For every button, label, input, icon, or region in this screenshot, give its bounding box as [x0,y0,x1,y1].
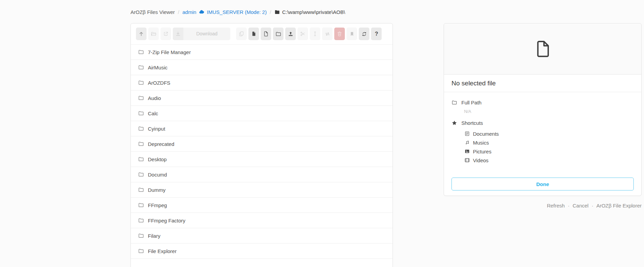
current-path: C:\wamp\www\private\AOB\ [274,9,345,15]
file-row[interactable]: File Explorer [131,244,393,259]
full-path-value: N/A [464,109,634,114]
file-row[interactable]: ArOZDFS [131,75,393,90]
done-button[interactable]: Done [451,178,634,190]
file-row[interactable]: Desktop [131,152,393,167]
shortcut-videos[interactable]: Videos [464,156,634,165]
app-title: ArOZβ Files Viewer [131,9,175,15]
file-list-card: Download ? 7-Zip File Manager AirMusic A… [131,23,393,267]
server-label: IMUS_SERVER (Mode: 2) [207,9,267,15]
folder-icon [138,126,144,132]
file-row[interactable]: AirMusic [131,60,393,75]
new-folder-icon [275,31,281,37]
cut-icon [300,31,306,37]
file-detail-card: No selected file Full Path N/A Shortcuts… [444,23,642,196]
folder-icon [138,233,144,239]
paste-icon [251,31,257,37]
rename-icon [312,31,318,37]
file-row[interactable]: Documd [131,167,393,182]
breadcrumb-separator: / [177,9,180,15]
shortcut-label: Pictures [473,149,491,154]
copy-button[interactable] [236,28,247,40]
file-name: Dummy [148,187,166,193]
shortcut-label: Videos [473,157,489,163]
file-row[interactable]: Calc [131,106,393,121]
paste-button[interactable] [248,28,259,40]
file-explorer-link[interactable]: ArOZβ File Explorer [596,203,642,208]
link-separator: · [568,203,569,208]
help-icon: ? [375,31,378,37]
cloud-icon [199,9,205,15]
full-path-label: Full Path [461,100,481,105]
file-name: 7-Zip File Manager [148,49,191,55]
file-row[interactable]: FFmpeg Factory [131,213,393,228]
delete-button[interactable] [334,28,345,40]
bookmark-button[interactable] [347,28,357,40]
clone-icon [239,31,244,37]
file-row[interactable]: Audio [131,90,393,106]
download-label: Download [183,28,230,40]
shortcut-musics[interactable]: Musics [464,138,634,147]
new-file-icon [263,31,269,37]
refresh-link[interactable]: Refresh [547,203,565,208]
upload-button[interactable] [285,28,296,40]
server-link[interactable]: IMUS_SERVER (Mode: 2) [199,9,267,15]
footer-links: Refresh · Cancel · ArOZβ File Explorer [547,203,642,208]
breadcrumb: ArOZβ Files Viewer / admin IMUS_SERVER (… [131,9,345,15]
file-name: AirMusic [148,65,168,70]
shortcut-documents[interactable]: Documents [464,129,634,138]
file-row[interactable]: FFmpeg [131,198,393,213]
folder-icon [274,9,280,15]
music-note-icon [464,140,470,145]
path-label: C:\wamp\www\private\AOB\ [282,9,345,15]
file-name: Desktop [148,156,167,162]
folder-icon [138,248,144,254]
file-row[interactable]: 7-Zip File Manager [131,45,393,60]
download-icon [175,31,181,37]
shortcuts-label: Shortcuts [461,120,483,126]
user-link[interactable]: admin [182,9,196,15]
move-button[interactable] [322,28,333,40]
new-file-button[interactable] [261,28,271,40]
document-list-icon [464,131,470,136]
film-icon [464,157,470,163]
refresh-icon [362,31,367,37]
download-button[interactable]: Download [173,28,230,40]
open-button[interactable] [148,28,159,40]
go-up-button[interactable] [136,28,147,40]
toolbar: Download ? [131,23,393,45]
file-row[interactable]: Dummy [131,182,393,198]
cut-button[interactable] [297,28,308,40]
file-list: 7-Zip File Manager AirMusic ArOZDFS Audi… [131,45,393,259]
folder-icon [138,64,144,70]
file-name: Cyinput [148,126,165,132]
shortcut-pictures[interactable]: Pictures [464,147,634,156]
trash-icon [337,31,342,37]
folder-icon [138,171,144,178]
open-folder-icon [151,31,157,37]
folder-icon [138,156,144,162]
download-icon-cell [173,28,183,40]
file-row[interactable]: Deprecated [131,136,393,152]
bookmark-icon [349,31,355,37]
detail-body: Full Path N/A Shortcuts Documents Musics… [444,92,641,165]
file-row[interactable]: Filary [131,228,393,244]
rename-button[interactable] [310,28,320,40]
open-external-button[interactable] [160,28,171,40]
folder-icon [138,141,144,147]
shortcut-list: Documents Musics Pictures Videos [464,129,634,165]
refresh-button[interactable] [359,28,369,40]
file-name: Calc [148,111,158,116]
link-separator: · [592,203,593,208]
selection-status: No selected file [444,74,641,92]
folder-icon [138,187,144,193]
shortcut-label: Documents [473,131,499,137]
star-icon [451,120,457,126]
file-row[interactable]: Cyinput [131,121,393,136]
folder-icon [138,49,144,55]
cancel-link[interactable]: Cancel [572,203,588,208]
new-folder-button[interactable] [273,28,283,40]
file-name: File Explorer [148,248,177,254]
help-button[interactable]: ? [371,28,382,40]
shortcut-label: Musics [473,140,489,146]
picture-icon [464,149,470,154]
